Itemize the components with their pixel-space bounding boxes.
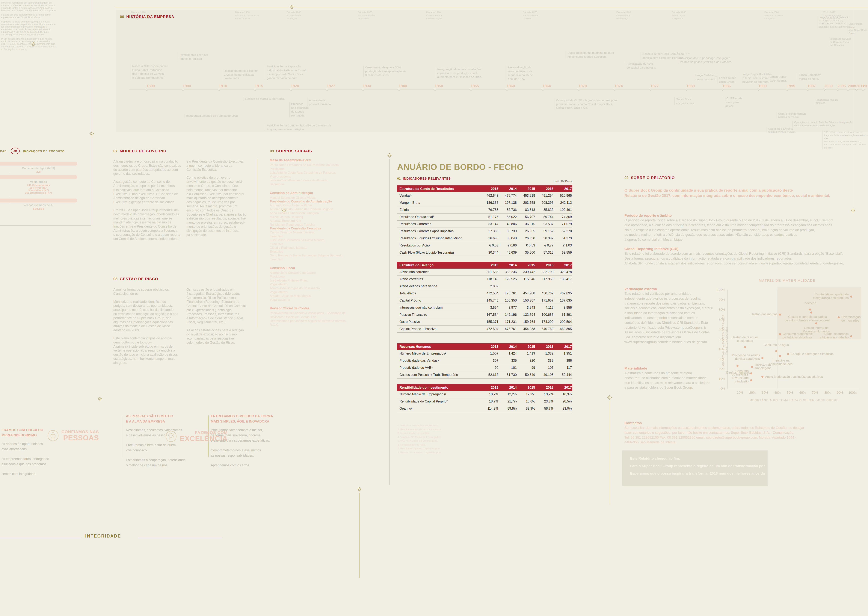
timeline-dot [650,89,652,91]
paragraph: Com o objetivo de promover oenvolvimento… [186,176,256,237]
badge-text: CONFIAMOS NAS PESSOAS [61,429,99,442]
paragraph: A transparência é o nosso pilar na condu… [113,160,188,176]
metric-label: Vendas (Milhões de €) [0,204,77,207]
text-line: O Super Bock Group dá continuidade à sua… [624,188,868,193]
values-heading: ENTREGAMOS O MELHOR DA FORMAMAIS SIMPLES… [211,413,274,424]
row-label: Interesses que não controlam [397,306,480,310]
cell-value: 208.396 [535,201,554,205]
text-line: 8. Passivo Financeiro / Capital Próprio. [398,451,563,454]
member-line: Alberto João Coraceiro de Castro, [270,271,358,275]
cell-value: 158.387 [517,299,535,302]
cell-value: 142.196 [498,313,517,317]
cell-value: 167.534 [480,313,498,317]
text-line: envolvimento da gestão no desenvolvi- [186,180,256,184]
table-title: Estrutura do Balanço [397,263,480,267]
member-line: Representada por Joaquim Miguel de Azeve… [270,319,358,323]
year-header: 2013 [480,187,498,191]
innovations-label: INOVAÇÕES DE PRODUTO [23,149,65,152]
cell-value: € 0,66 [498,244,517,247]
cell-value: 3.854 [480,306,498,310]
x-axis-label: IMPORTÂNCIA DO TEMA PARA O SUPER BOCK GR… [728,398,860,402]
timeline-era: Década 1930 Afirmação das marcas e das f… [235,11,259,20]
cell-value: 3.977 [498,306,517,310]
text-line: Tel: 00 351 229052100 Fax: 00 351 229052… [624,435,804,440]
timeline-era: Década 1890 Nascimento de uma cervejeira… [131,11,153,20]
cell-value: 101 [498,366,517,370]
timeline-event: Registo da marca Pilsener Crystal, comer… [222,69,258,80]
values-paragraphs: os abertos às oportunidadesovas abordage… [2,441,50,476]
text-line: ENTREGAMOS O MELHOR DA FORMA [211,413,274,419]
text-line: encontro com todos os Quadros [186,209,256,212]
table-row: Capital Próprio145.745158.358158.387171.… [397,297,572,304]
cell-value: 1.507 [480,352,498,355]
timeline-dot [837,89,839,91]
member-line: Nuno Ramiro da Fonte Fernandes Salgado B… [270,253,358,257]
cell-value: 174.299 [535,320,554,324]
text-line: 4 categorias: Estratégicos (Mercado, [186,292,256,296]
table-title: Rendibilidade do Investimento [397,386,480,390]
cell-value: € 0,53 [517,244,535,247]
timeline-year: 1964 [542,84,551,88]
table-row: Outro Passivo155.371171.231159.764174.29… [397,318,572,325]
timeline-year: 1950 [435,84,443,88]
cell-value: 159.764 [517,320,535,324]
text-line: os abertos às oportunidades [2,441,50,446]
timeline-event: Privatização total da empresa. [814,98,838,105]
paragraph: Procuramos o bem-estar de quemvive conno… [126,442,190,453]
member-line: Presidente do Conselho de Administração [270,200,358,203]
cell-value: 145.745 [480,299,498,302]
section-number: 09 [270,149,274,153]
cell-value: 122.525 [498,277,517,281]
timeline-dot [218,89,220,91]
text-line: novo modelo de governação, obedecendo às [113,212,188,217]
year-header: 2013 [480,345,498,349]
text-line: pelo modelo de Gestão de Risco. [186,341,256,345]
timeline-dot [434,89,436,91]
point-label: Caraterísticas, qualidade e segurança do… [813,292,849,300]
compass-rose-icon [97,396,103,402]
timeline-year: 2014 [863,84,868,88]
timeline-era: Década 1960 Crescimento e modernização [426,11,442,20]
member-line: Revisores Oficiais de Contas, Lda. [270,315,358,319]
text-line: 6. Rendibilidade do Ativo. [398,443,563,447]
text-line: gestão de topo e inclui a avaliação de r… [113,353,188,357]
scatter-point [779,333,781,335]
year-header: 2014 [498,263,517,267]
text-line: Administração, a quem compete a lideranç… [113,229,188,233]
text-line: E A ALMA DA EMPRESA [126,419,190,424]
text-line: as nossas responsabilidades. [211,453,274,458]
text-line: melhores práticas internacionais, que se [113,217,188,221]
text-line: gem, bottom-up e top-down. [113,341,188,345]
scatter-point [750,379,752,381]
text-line: AS PESSOAS SÃO O MOTOR [126,413,190,419]
text-line: Concorrência, Risco Político, etc.); [186,296,256,300]
cell-value: 12,2% [517,392,535,396]
text-line: relatório foi verificado pela Pricewater… [624,325,713,330]
table-row: Margem Bruta186.388197.138203.758208.396… [397,199,572,206]
paragraph: Monitorizar a realidade identificandoper… [113,300,188,332]
cell-value: 100.688 [535,313,554,317]
timeline-dot [254,89,256,91]
table-header-row: Recursos Humanos20132014201520162017 [397,343,572,350]
timeline-era: Década 1980 Consolidação e liderança [616,11,631,20]
timeline-event: Privatização de 49% do capital da empres… [625,62,656,69]
timeline-dot [786,89,788,91]
cell-value: 30.344 [480,251,498,255]
cell-value: 203.758 [517,201,535,205]
text-line: A estrutura e conteúdos do presente rela… [624,371,710,376]
text-line: mento de projetos em curso, estabeleci- [186,221,256,225]
text-line: Se necessitar de mais informações ou esc… [624,426,804,431]
subsection-heading: Contactos [624,421,642,425]
timeline-dot [686,89,688,91]
timeline-year: 2000 [824,84,833,88]
text-line: Associados - Sociedade de Revisores Ofic… [624,330,713,335]
member-line: PricewaterhouseCoopers & Associados - So… [270,311,358,315]
member-line: Álvaro José Barrigas do Nascimento, [270,286,358,290]
subsection-body: O período de reporte incide sobre a ativ… [624,218,833,242]
text-line: As ações estabelecidas para a redução [186,328,256,332]
closing-line: Esperamos que o possa inspirar a transfo… [630,471,765,476]
scatter-point [779,314,781,316]
timeline-event: | CUFP muda nome para Unicer. [723,96,742,108]
member-line: Executivo [270,234,358,238]
text-line: elegendo juntos a "Superação com Ambição… [1,7,85,9]
